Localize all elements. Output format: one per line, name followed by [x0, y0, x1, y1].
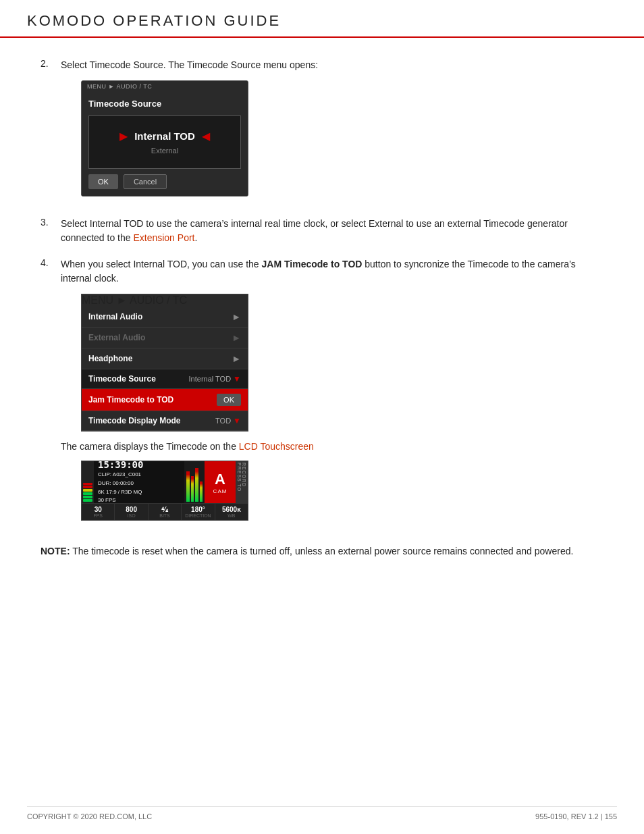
arrow-left-icon[interactable]: ▶	[119, 130, 128, 142]
audio-menu: MENU ► AUDIO / TC Internal Audio ► Exter…	[81, 294, 248, 432]
menu-breadcrumb-2: MENU ► AUDIO / TC	[82, 294, 248, 307]
note-section: NOTE: The timecode is reset when the cam…	[41, 544, 603, 558]
audio-menu-row-internal-audio[interactable]: Internal Audio ►	[82, 307, 248, 328]
timecode-buttons: OK Cancel	[88, 174, 241, 189]
display-mode-value: TOD ▼	[215, 416, 241, 425]
audio-menu-row-headphone[interactable]: Headphone ►	[82, 348, 248, 369]
timecode-source-dropdown-arrow: ▼	[233, 374, 241, 384]
internal-audio-label: Internal Audio	[88, 312, 142, 321]
external-audio-arrow: ►	[232, 332, 241, 343]
timecode-ok-button[interactable]: OK	[88, 174, 118, 189]
headphone-label: Headphone	[88, 354, 132, 363]
step-3-text: Select Internal TOD to use the camera’s …	[61, 217, 603, 245]
lcd-right-bars	[184, 461, 205, 503]
extension-port-link[interactable]: Extension Port	[133, 232, 194, 243]
audio-menu-row-external-audio: External Audio ►	[82, 328, 248, 348]
step-2-text: Select Timecode Source. The Timecode Sou…	[61, 59, 318, 70]
lcd-cell-wb: 5600κ WB	[215, 504, 248, 520]
display-mode-label: Timecode Display Mode	[88, 416, 180, 425]
lcd-clip-info: CLIP: A023_C001 DUR: 00:00:00 6K 17:9 / …	[98, 471, 180, 505]
lcd-bar-green-3	[83, 499, 92, 502]
timecode-source-label: Timecode Source	[88, 374, 156, 384]
lcd-touchscreen-link[interactable]: LCD Touchscreen	[239, 441, 314, 452]
lcd-vbar-3	[195, 468, 198, 502]
step-2: 2. Select Timecode Source. The Timecode …	[41, 58, 603, 205]
step-number-4: 4.	[41, 257, 61, 527]
timecode-other-value: External	[96, 147, 234, 155]
lcd-timecode: 15:39:00	[98, 461, 180, 470]
timecode-source-selected: ▶ Internal TOD ◀	[96, 130, 234, 142]
step-3: 3. Select Internal TOD to use the camera…	[41, 217, 603, 245]
lcd-cell-direction: 180° DIRECTION	[182, 504, 215, 520]
lcd-cell-iso: 800 ISO	[115, 504, 148, 520]
note-text: The timecode is reset when the camera is…	[70, 546, 574, 556]
lcd-info: 15:39:00 CLIP: A023_C001 DUR: 00:00:00 6…	[94, 461, 184, 503]
timecode-cancel-button[interactable]: Cancel	[124, 174, 167, 189]
audio-menu-row-display-mode[interactable]: Timecode Display Mode TOD ▼	[82, 411, 248, 431]
timecode-source-inner: ▶ Internal TOD ◀ External	[88, 115, 241, 169]
lcd-vbar-2	[191, 476, 194, 502]
note-bold: NOTE:	[41, 546, 70, 556]
lcd-cam-label: CAM	[213, 488, 227, 494]
lcd-display: 15:39:00 CLIP: A023_C001 DUR: 00:00:00 6…	[81, 461, 248, 521]
step-number-2: 2.	[41, 58, 61, 205]
timecode-source-title: Timecode Source	[88, 99, 241, 109]
timecode-source-value: Internal TOD ▼	[189, 374, 241, 384]
internal-audio-arrow: ►	[232, 311, 241, 322]
lcd-bar-green-1	[83, 492, 92, 495]
jam-label: Jam Timecode to TOD	[88, 395, 173, 405]
page-footer: COPYRIGHT © 2020 RED.COM, LLC 955-0190, …	[27, 806, 617, 820]
step-4-text: When you select Internal TOD, you can us…	[61, 259, 576, 284]
lcd-cam-letter: A	[215, 471, 225, 488]
page-header: KOMODO OPERATION GUIDE	[0, 0, 644, 38]
lcd-cam-badge: A CAM	[205, 461, 236, 503]
menu-breadcrumb-1: MENU ► AUDIO / TC	[82, 81, 248, 92]
lcd-bottom-bar: 30 FPS 800 ISO ⁴⁄₄ BITS 180° DIRECTION	[82, 503, 248, 520]
footer-right: 955-0190, REV 1.2 | 155	[535, 812, 617, 820]
lcd-top-bar: 15:39:00 CLIP: A023_C001 DUR: 00:00:00 6…	[82, 461, 248, 503]
page-title: KOMODO OPERATION GUIDE	[27, 12, 617, 30]
step-4: 4. When you select Internal TOD, you can…	[41, 257, 603, 527]
lcd-cell-bits: ⁴⁄₄ BITS	[149, 504, 182, 520]
lcd-vbar-1	[186, 471, 190, 502]
timecode-source-menu: MENU ► AUDIO / TC Timecode Source ▶ Inte…	[81, 80, 248, 197]
jam-timecode-bold: JAM Timecode to TOD	[262, 259, 363, 269]
lcd-level-bars	[82, 461, 94, 503]
footer-left: COPYRIGHT © 2020 RED.COM, LLC	[27, 812, 152, 820]
jam-ok-button[interactable]: OK	[217, 394, 241, 406]
external-audio-label: External Audio	[88, 333, 145, 342]
display-mode-dropdown-arrow: ▼	[233, 416, 241, 425]
timecode-selected-value: Internal TOD	[134, 130, 195, 142]
arrow-right-icon[interactable]: ◀	[202, 130, 210, 142]
lcd-bar-top	[83, 483, 92, 485]
lcd-bar-yellow	[83, 489, 92, 492]
lcd-cell-fps: 30 FPS	[82, 504, 115, 520]
lcd-bar-green-2	[83, 496, 92, 498]
lcd-bar-red	[83, 486, 92, 488]
step-number-3: 3.	[41, 217, 61, 245]
lcd-vbar-4	[200, 481, 203, 502]
lcd-caption: The camera displays the Timecode on the …	[61, 440, 603, 454]
timecode-source-box: Timecode Source ▶ Internal TOD ◀ Externa…	[82, 92, 248, 196]
headphone-arrow: ►	[232, 353, 241, 364]
lcd-record-strip: PRESS TO RECORD	[236, 461, 248, 503]
audio-menu-row-timecode-source[interactable]: Timecode Source Internal TOD ▼	[82, 369, 248, 389]
page-content: 2. Select Timecode Source. The Timecode …	[0, 58, 644, 599]
audio-menu-row-jam[interactable]: Jam Timecode to TOD OK	[82, 389, 248, 411]
